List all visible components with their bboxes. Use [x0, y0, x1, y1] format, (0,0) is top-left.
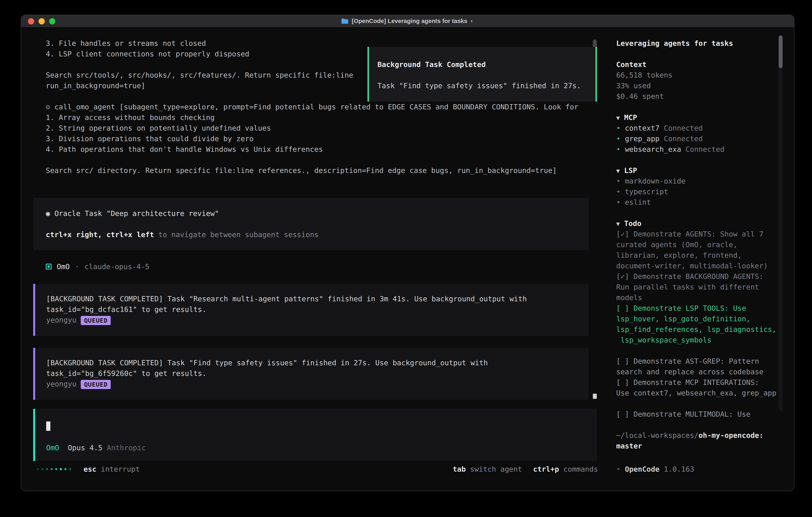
todo-line: curated agents (OmO, oracle,: [616, 239, 794, 250]
text-cursor: [46, 421, 50, 431]
todo-line: Use context7, websearch_exa, grep_app: [616, 388, 794, 398]
sidebar-blank: [616, 419, 794, 430]
progress-half-circle-icon: ◐: [470, 15, 474, 27]
tab-label: switch agent: [470, 465, 522, 473]
mcp-status: Connected: [664, 124, 703, 132]
lsp-section-header[interactable]: ▼ LSP: [616, 165, 794, 176]
minimize-button[interactable]: [38, 18, 45, 24]
window-title: [OpenCode] Leveraging agents for tasks ◐: [341, 15, 474, 27]
mcp-status: Connected: [686, 145, 724, 153]
close-button[interactable]: [28, 18, 34, 24]
sidebar-scrollbar[interactable]: [779, 35, 783, 411]
sidebar-blank: [616, 398, 794, 409]
bullet-icon: •: [616, 124, 620, 132]
message-text: [BACKGROUND TASK COMPLETED] Task "Find t…: [46, 357, 589, 368]
sidebar-blank: [616, 102, 794, 112]
mcp-name: websearch_exa: [625, 145, 681, 153]
toast-blank: [377, 70, 596, 80]
todo-line: [ ] Demonstrate AST-GREP: Pattern: [616, 356, 794, 366]
message-text: [BACKGROUND TASK COMPLETED] Task "Resear…: [46, 294, 589, 304]
todo-line-active: lsp_hover, lsp_goto_definition,: [616, 314, 794, 324]
todo-line-active: [ ] Demonstrate LSP TOOLS: Use: [616, 303, 794, 314]
esc-hint: esc interrupt: [84, 464, 140, 474]
toast-title: Background Task Completed: [377, 59, 596, 70]
tool-call-item: 2. String operations on potentially unde…: [46, 123, 578, 133]
agent-name: OmO: [57, 261, 70, 272]
bullet-icon: •: [616, 198, 620, 206]
input-agent-name: OmO: [46, 444, 59, 452]
traffic-lights: [28, 15, 55, 27]
lsp-item: • typescript: [616, 186, 794, 197]
toast-body: Task "Find type safety issues" finished …: [377, 80, 596, 91]
workspace-repo: oh-my-opencode:: [698, 431, 763, 439]
lsp-name: markdown-oxide: [625, 177, 685, 185]
app-version: 1.0.163: [664, 465, 694, 473]
maximize-button[interactable]: [49, 18, 55, 24]
workspace-branch: master: [616, 442, 642, 450]
tool-call-line: ⚙ call_omo_agent [subagent_type=explore,…: [46, 102, 578, 112]
titlebar[interactable]: [OpenCode] Leveraging agents for tasks ◐: [21, 15, 794, 27]
todo-line: librarian, explore, frontend,: [616, 250, 794, 261]
agent-square-icon: [46, 264, 52, 270]
fisheye-icon: ◉: [46, 209, 50, 218]
bullet-icon: •: [616, 145, 620, 153]
lsp-item: • eslint: [616, 197, 794, 208]
chevron-down-icon: ▼: [616, 220, 620, 227]
lsp-heading: LSP: [624, 166, 637, 174]
workspace-branch-line: master: [616, 441, 794, 451]
oracle-title-line: ◉ Oracle Task "Deep architecture review": [46, 208, 589, 219]
background-task-message: [BACKGROUND TASK COMPLETED] Task "Resear…: [33, 284, 589, 336]
message-author: yeongyu: [46, 380, 77, 388]
gear-icon: ⚙: [46, 103, 50, 111]
version-line: • OpenCode 1.0.163: [616, 464, 694, 474]
opencode-window: [OpenCode] Leveraging agents for tasks ◐…: [21, 15, 794, 491]
mcp-item: • websearch_exa Connected: [616, 144, 794, 155]
todo-line-active: lsp_workspace_symbols: [616, 335, 794, 345]
mcp-status: Connected: [664, 135, 703, 143]
bullet-icon: •: [616, 177, 620, 185]
spinner-icon: [37, 468, 74, 470]
esc-label: interrupt: [101, 465, 140, 473]
todo-heading: Todo: [624, 219, 642, 227]
message-text: task_id="bg_dcfac161" to get results.: [46, 304, 589, 315]
sidebar-blank: [616, 208, 794, 218]
chevron-down-icon: ▼: [616, 114, 620, 121]
agent-header: OmO · claude-opus-4-5: [46, 261, 149, 272]
oracle-task-panel: ◉ Oracle Task "Deep architecture review"…: [33, 198, 589, 250]
message-meta: yeongyu QUEUED: [46, 379, 589, 389]
todo-line-active: lsp_find_references, lsp_diagnostics,: [616, 324, 794, 335]
chevron-down-icon: ▼: [616, 167, 620, 174]
mcp-item: • grep_app Connected: [616, 133, 794, 144]
prompt-input[interactable]: OmO Opus 4.5 Anthropic: [33, 409, 597, 461]
bullet-icon: •: [616, 465, 620, 473]
folder-icon: [341, 18, 348, 24]
terminal-line-blank: [46, 155, 578, 165]
context-used: 33% used: [616, 80, 794, 91]
workspace-prefix: ~/local-workspaces/: [616, 431, 698, 439]
mcp-section-header[interactable]: ▼ MCP: [616, 112, 794, 123]
scrollbar-thumb[interactable]: [779, 35, 783, 68]
workspace-path: ~/local-workspaces/oh-my-opencode:: [616, 430, 794, 441]
mcp-name: context7: [625, 124, 659, 132]
agent-separator: ·: [75, 261, 79, 272]
todo-section-header[interactable]: ▼ Todo: [616, 218, 794, 229]
context-spent: $0.46 spent: [616, 91, 794, 102]
bullet-icon: •: [616, 188, 620, 196]
tab-key: tab: [453, 465, 466, 473]
tool-call-args: [subagent_type=explore, prompt=Find pote…: [119, 103, 578, 111]
commands-label: commands: [563, 465, 598, 473]
todo-line: document-writer, multimodal-looker): [616, 261, 794, 271]
ctrlp-key: ctrl+p: [533, 465, 559, 473]
input-model: Opus 4.5: [68, 444, 102, 452]
queued-badge: QUEUED: [81, 380, 111, 389]
window-title-text: [OpenCode] Leveraging agents for tasks: [352, 15, 467, 27]
todo-line: search and replace across codebase: [616, 366, 794, 377]
commands-hint: ctrl+p commands: [533, 464, 598, 474]
status-bar: esc interrupt tab switch agent ctrl+p co…: [21, 464, 608, 474]
context-heading: Context: [616, 59, 794, 70]
session-title: Leveraging agents for tasks: [616, 38, 794, 49]
sidebar-blank: [616, 49, 794, 59]
oracle-hint-text: to navigate between subagent sessions: [158, 230, 319, 239]
bullet-icon: •: [616, 135, 620, 143]
tool-call-item: 4. Path operations that don't handle Win…: [46, 144, 578, 155]
